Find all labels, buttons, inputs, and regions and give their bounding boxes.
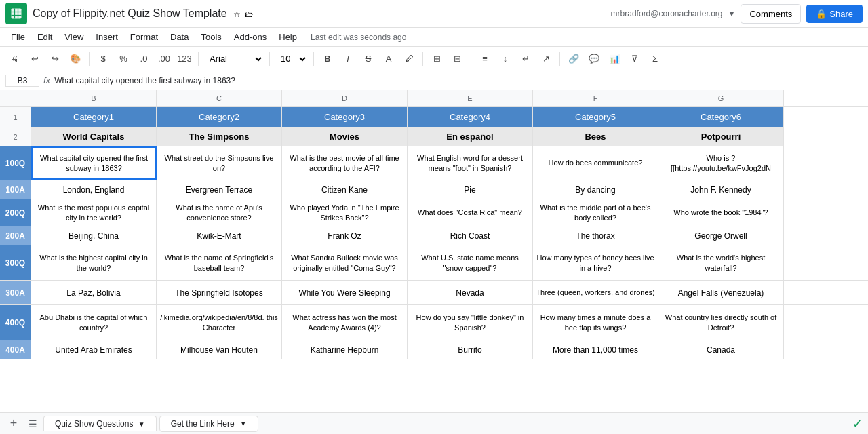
cell-d3[interactable]: What is the best movie of all time accor… xyxy=(282,146,408,180)
cell-b2[interactable]: World Capitals xyxy=(31,127,157,146)
cell-b10[interactable]: United Arab Emirates xyxy=(31,340,157,359)
cell-d2[interactable]: Movies xyxy=(282,127,408,146)
cell-b4[interactable]: London, England xyxy=(31,180,157,199)
cell-g10[interactable]: Canada xyxy=(658,340,784,359)
cell-f4[interactable]: By dancing xyxy=(533,180,658,199)
cell-b6[interactable]: Beijing, China xyxy=(31,226,157,245)
cell-b1[interactable]: Category1 xyxy=(31,107,157,127)
col-header-g[interactable]: G xyxy=(658,90,784,106)
cell-e10[interactable]: Burrito xyxy=(408,340,533,359)
cell-f3[interactable]: How do bees communicate? xyxy=(533,146,658,180)
col-header-b[interactable]: B xyxy=(31,90,157,106)
number-format-button[interactable]: 123 xyxy=(176,50,193,68)
cell-b8[interactable]: La Paz, Bolivia xyxy=(31,281,157,304)
cell-e2[interactable]: En español xyxy=(408,127,533,146)
wrap-text-button[interactable]: ↵ xyxy=(517,50,534,68)
cell-c3[interactable]: What street do the Simpsons live on? xyxy=(157,146,282,180)
cell-b5[interactable]: What is the most populous capital city i… xyxy=(31,199,157,226)
sheets-list-button[interactable]: ☰ xyxy=(24,416,41,432)
align-left-button[interactable]: ≡ xyxy=(476,50,494,68)
align-vertical-button[interactable]: ↕ xyxy=(496,50,514,68)
cell-b7[interactable]: What is the highest capital city in the … xyxy=(31,245,157,280)
strikethrough-button[interactable]: S xyxy=(359,50,377,68)
link-button[interactable]: 🔗 xyxy=(565,50,583,68)
col-header-f[interactable]: F xyxy=(533,90,658,106)
menu-view[interactable]: View xyxy=(59,29,89,45)
font-name-select[interactable]: Arial xyxy=(203,50,264,68)
star-icon[interactable]: ☆ xyxy=(233,9,241,19)
cell-c5[interactable]: What is the name of Apu's convenience st… xyxy=(157,199,282,226)
cell-g5[interactable]: Who wrote the book "1984"? xyxy=(658,199,784,226)
redo-button[interactable]: ↪ xyxy=(46,50,64,68)
cell-c1[interactable]: Category2 xyxy=(157,107,282,127)
cell-b9[interactable]: Abu Dhabi is the capital of which countr… xyxy=(31,305,157,340)
link-tab-dropdown-icon[interactable]: ▼ xyxy=(240,420,247,427)
font-size-select[interactable]: 10 xyxy=(275,50,309,68)
add-sheet-button[interactable]: + xyxy=(5,416,22,432)
cell-f10[interactable]: More than 11,000 times xyxy=(533,340,658,359)
cell-d10[interactable]: Katharine Hepburn xyxy=(282,340,408,359)
cell-reference-input[interactable]: B3 xyxy=(5,75,39,87)
cell-g7[interactable]: What is the world's highest waterfall? xyxy=(658,245,784,280)
menu-tools[interactable]: Tools xyxy=(195,29,226,45)
cell-d7[interactable]: What Sandra Bullock movie was originally… xyxy=(282,245,408,280)
menu-format[interactable]: Format xyxy=(125,29,163,45)
cell-d5[interactable]: Who played Yoda in "The Empire Strikes B… xyxy=(282,199,408,226)
menu-addons[interactable]: Add-ons xyxy=(229,29,272,45)
menu-help[interactable]: Help xyxy=(273,29,302,45)
cell-g8[interactable]: Angel Falls (Venezuela) xyxy=(658,281,784,304)
sheet-tab-quiz[interactable]: Quiz Show Questions ▼ xyxy=(43,416,157,431)
bold-button[interactable]: B xyxy=(319,50,336,68)
cell-e7[interactable]: What U.S. state name means "snow capped"… xyxy=(408,245,533,280)
borders-button[interactable]: ⊞ xyxy=(428,50,446,68)
cell-f7[interactable]: How many types of honey bees live in a h… xyxy=(533,245,658,280)
currency-button[interactable]: $ xyxy=(94,50,112,68)
comment-button[interactable]: 💬 xyxy=(585,50,603,68)
print-button[interactable]: 🖨 xyxy=(5,50,23,68)
paint-format-button[interactable]: 🎨 xyxy=(66,50,84,68)
decimal-increase-button[interactable]: .00 xyxy=(155,50,173,68)
cell-e1[interactable]: Category4 xyxy=(408,107,533,127)
menu-insert[interactable]: Insert xyxy=(90,29,123,45)
rotate-button[interactable]: ↗ xyxy=(537,50,555,68)
function-button[interactable]: Σ xyxy=(646,50,664,68)
cell-g6[interactable]: George Orwell xyxy=(658,226,784,245)
sheet-tab-dropdown-icon[interactable]: ▼ xyxy=(138,420,145,428)
chart-button[interactable]: 📊 xyxy=(606,50,623,68)
col-header-e[interactable]: E xyxy=(408,90,533,106)
cell-c8[interactable]: The Springfield Isotopes xyxy=(157,281,282,304)
cell-f8[interactable]: Three (queen, workers, and drones) xyxy=(533,281,658,304)
cell-g9[interactable]: What country lies directly south of Detr… xyxy=(658,305,784,340)
font-color-button[interactable]: A xyxy=(380,50,397,68)
italic-button[interactable]: I xyxy=(339,50,357,68)
percent-button[interactable]: % xyxy=(115,50,132,68)
col-header-c[interactable]: C xyxy=(157,90,282,106)
cell-e9[interactable]: How do you say "little donkey" in Spanis… xyxy=(408,305,533,340)
cell-f5[interactable]: What is the middle part of a bee's body … xyxy=(533,199,658,226)
cell-g1[interactable]: Category6 xyxy=(658,107,784,127)
cell-e4[interactable]: Pie xyxy=(408,180,533,199)
cell-e5[interactable]: What does "Costa Rica" mean? xyxy=(408,199,533,226)
cell-c10[interactable]: Milhouse Van Houten xyxy=(157,340,282,359)
cell-f2[interactable]: Bees xyxy=(533,127,658,146)
cell-b3[interactable]: What capital city opened the first subwa… xyxy=(31,146,157,180)
comments-button[interactable]: Comments xyxy=(741,4,801,24)
share-button[interactable]: 🔒 Share xyxy=(806,5,863,23)
cell-e6[interactable]: Rich Coast xyxy=(408,226,533,245)
folder-icon[interactable]: 🗁 xyxy=(245,9,253,19)
filter-button[interactable]: ⊽ xyxy=(626,50,644,68)
cell-f1[interactable]: Category5 xyxy=(533,107,658,127)
cell-d4[interactable]: Citizen Kane xyxy=(282,180,408,199)
col-header-d[interactable]: D xyxy=(282,90,408,106)
cell-f6[interactable]: The thorax xyxy=(533,226,658,245)
cell-c2[interactable]: The Simpsons xyxy=(157,127,282,146)
highlight-button[interactable]: 🖊 xyxy=(400,50,418,68)
cell-d1[interactable]: Category3 xyxy=(282,107,408,127)
cell-f9[interactable]: How many times a minute does a bee flap … xyxy=(533,305,658,340)
cell-c6[interactable]: Kwik-E-Mart xyxy=(157,226,282,245)
menu-file[interactable]: File xyxy=(5,29,31,45)
menu-data[interactable]: Data xyxy=(165,29,194,45)
menu-edit[interactable]: Edit xyxy=(32,29,58,45)
sheet-tab-link[interactable]: Get the Link Here ▼ xyxy=(159,416,258,432)
cell-e8[interactable]: Nevada xyxy=(408,281,533,304)
